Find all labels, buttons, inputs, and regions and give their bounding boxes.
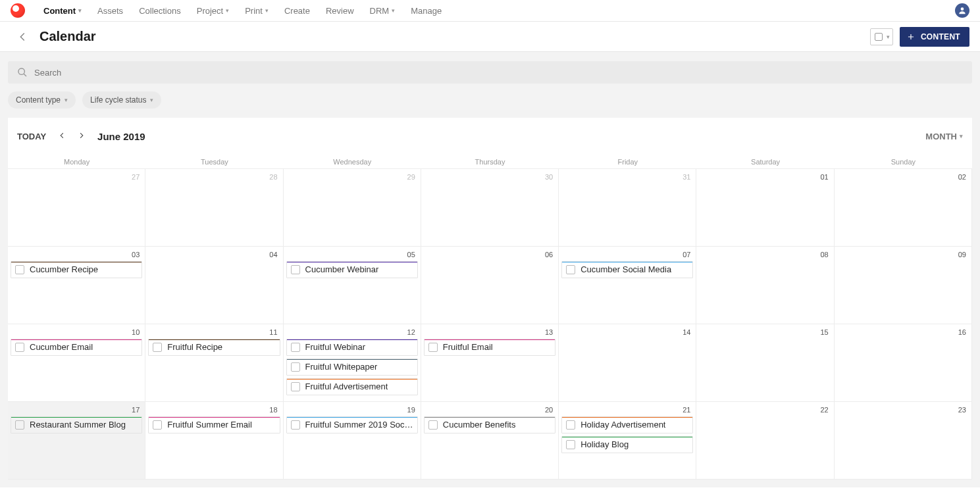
calendar-event[interactable]: Cucumber Social Media [561, 261, 693, 278]
top-nav: Content▾AssetsCollectionsProject▾Print▾C… [0, 0, 980, 22]
event-checkbox[interactable] [15, 420, 24, 430]
day-number: 18 [148, 405, 280, 414]
calendar-grid: MondayTuesdayWednesdayThursdayFridaySatu… [8, 155, 972, 480]
filter-chip-content-type[interactable]: Content type▾ [8, 91, 76, 109]
calendar-cell[interactable]: 22 [696, 402, 834, 480]
calendar-event[interactable]: Restaurant Summer Blog [11, 416, 142, 433]
calendar-cell[interactable]: 17Restaurant Summer Blog [8, 402, 145, 480]
search-box[interactable] [8, 61, 972, 84]
filter-chip-life-cycle-status[interactable]: Life cycle status▾ [82, 91, 161, 109]
calendar-cell[interactable]: 19Fruitful Summer 2019 Soci… [284, 402, 421, 480]
calendar-event[interactable]: Holiday Blog [561, 436, 693, 453]
calendar-event[interactable]: Fruitful Summer Email [148, 416, 280, 433]
calendar-cell[interactable]: 02 [835, 169, 972, 247]
day-number: 10 [11, 327, 142, 336]
event-checkbox[interactable] [291, 382, 300, 391]
caret-down-icon: ▾ [887, 34, 890, 40]
nav-item-print[interactable]: Print▾ [245, 6, 269, 16]
calendar-event[interactable]: Cucumber Recipe [11, 261, 142, 278]
event-checkbox[interactable] [291, 420, 300, 430]
event-label: Holiday Blog [580, 439, 629, 449]
calendar-cell[interactable]: 04 [145, 247, 283, 324]
calendar-event[interactable]: Holiday Advertisement [561, 416, 693, 433]
next-month-button[interactable] [78, 131, 86, 141]
user-avatar[interactable] [955, 3, 969, 18]
calendar-cell[interactable]: 29 [284, 169, 421, 247]
calendar-cell[interactable]: 20Cucumber Benefits [421, 402, 559, 480]
calendar-cell[interactable]: 13Fruitful Email [421, 324, 559, 402]
day-number: 05 [286, 249, 418, 259]
today-button[interactable]: TODAY [17, 132, 46, 141]
back-button[interactable] [16, 30, 29, 43]
calendar-cell[interactable]: 08 [696, 247, 834, 324]
calendar-cell[interactable]: 27 [8, 169, 145, 247]
calendar-cell[interactable]: 30 [421, 169, 559, 247]
nav-item-content[interactable]: Content▾ [43, 6, 82, 16]
event-label: Cucumber Recipe [30, 264, 98, 274]
event-label: Holiday Advertisement [580, 420, 665, 430]
create-content-button[interactable]: CONTENT [900, 27, 969, 47]
user-icon [958, 6, 967, 15]
calendar-event[interactable]: Fruitful Recipe [148, 339, 280, 356]
event-checkbox[interactable] [566, 420, 575, 430]
select-all-dropdown[interactable]: ▾ [870, 28, 893, 45]
event-checkbox[interactable] [291, 362, 300, 372]
prev-month-button[interactable] [58, 131, 66, 141]
nav-item-assets[interactable]: Assets [97, 6, 123, 16]
event-checkbox[interactable] [566, 265, 575, 274]
calendar-wrapper: TODAY June 2019 MONTH ▾ MondayTuesdayWed… [0, 118, 980, 487]
caret-down-icon: ▾ [226, 7, 229, 14]
day-number: 28 [148, 172, 280, 181]
calendar-cell[interactable]: 11Fruitful Recipe [145, 324, 283, 402]
calendar-cell[interactable]: 12Fruitful WebinarFruitful WhitepaperFru… [284, 324, 421, 402]
event-label: Cucumber Social Media [580, 264, 671, 274]
calendar-event[interactable]: Fruitful Whitepaper [286, 358, 418, 376]
event-checkbox[interactable] [153, 420, 162, 430]
calendar-event[interactable]: Cucumber Email [11, 339, 142, 356]
event-label: Fruitful Webinar [305, 342, 366, 352]
caret-down-icon: ▾ [392, 7, 395, 14]
event-checkbox[interactable] [566, 440, 575, 449]
calendar-cell[interactable]: 07Cucumber Social Media [559, 247, 696, 324]
event-checkbox[interactable] [15, 265, 24, 274]
calendar-event[interactable]: Cucumber Webinar [286, 261, 418, 278]
calendar-cell[interactable]: 05Cucumber Webinar [284, 247, 421, 324]
calendar-cell[interactable]: 03Cucumber Recipe [8, 247, 145, 324]
event-label: Fruitful Recipe [167, 342, 222, 352]
nav-item-drm[interactable]: DRM▾ [370, 6, 396, 16]
calendar-cell[interactable]: 16 [835, 324, 972, 402]
event-checkbox[interactable] [428, 343, 438, 352]
calendar-cell[interactable]: 23 [835, 402, 972, 480]
event-checkbox[interactable] [291, 265, 300, 274]
nav-item-collections[interactable]: Collections [139, 6, 181, 16]
nav-item-create[interactable]: Create [284, 6, 310, 16]
event-checkbox[interactable] [291, 343, 300, 352]
nav-item-label: DRM [370, 6, 390, 16]
calendar-cell[interactable]: 10Cucumber Email [8, 324, 145, 402]
view-toggle[interactable]: MONTH ▾ [925, 132, 963, 141]
calendar-cell[interactable]: 09 [835, 247, 972, 324]
nav-item-manage[interactable]: Manage [411, 6, 442, 16]
calendar-cell[interactable]: 15 [696, 324, 834, 402]
calendar-event[interactable]: Fruitful Summer 2019 Soci… [286, 416, 418, 433]
checkbox-icon [875, 33, 883, 41]
search-input[interactable] [34, 68, 963, 78]
calendar-cell[interactable]: 01 [696, 169, 834, 247]
calendar-cell[interactable]: 14 [559, 324, 696, 402]
calendar-cell[interactable]: 18Fruitful Summer Email [145, 402, 283, 480]
calendar-event[interactable]: Fruitful Webinar [286, 339, 418, 356]
dow-header: Thursday [421, 155, 559, 169]
event-checkbox[interactable] [153, 343, 162, 352]
nav-item-review[interactable]: Review [326, 6, 354, 16]
calendar-cell[interactable]: 06 [421, 247, 559, 324]
calendar-cell[interactable]: 31 [559, 169, 696, 247]
event-checkbox[interactable] [428, 420, 438, 430]
event-checkbox[interactable] [15, 343, 24, 352]
nav-item-project[interactable]: Project▾ [197, 6, 229, 16]
calendar-event[interactable]: Fruitful Advertisement [286, 378, 418, 395]
calendar-cell[interactable]: 28 [145, 169, 283, 247]
calendar-event[interactable]: Cucumber Benefits [424, 416, 555, 433]
calendar-cell[interactable]: 21Holiday AdvertisementHoliday Blog [559, 402, 696, 480]
calendar-event[interactable]: Fruitful Email [424, 339, 555, 356]
day-number: 13 [424, 327, 555, 336]
